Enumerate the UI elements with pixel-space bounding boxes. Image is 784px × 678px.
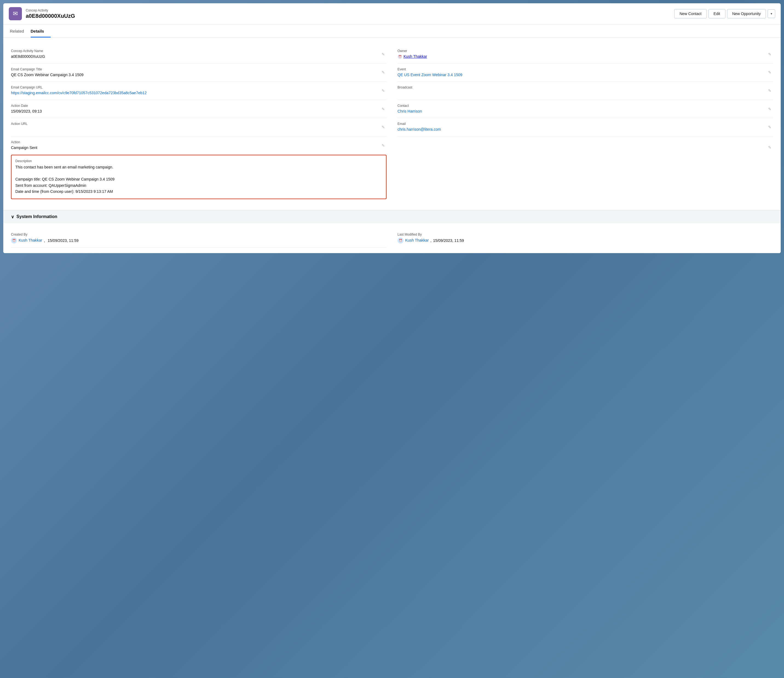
owner-link[interactable]: Kush Thakkar xyxy=(403,54,427,59)
header-title-group: Concep Activity a0E8d00000XuUzG xyxy=(26,8,75,19)
header-actions: New Contact Edit New Opportunity ▾ xyxy=(674,9,775,18)
field-broadcast: Broadcast ✎ xyxy=(397,82,773,100)
left-column: Concep Activity Name a0E8d00000XuUzG ✎ E… xyxy=(11,45,387,199)
modified-by-name[interactable]: Kush Thakkar xyxy=(405,238,429,243)
label-email: Email xyxy=(397,122,773,126)
tabs-row: Related Details xyxy=(3,24,781,37)
content-area: Concep Activity Name a0E8d00000XuUzG ✎ E… xyxy=(3,37,781,205)
label-description: Description xyxy=(16,159,382,163)
value-email-campaign-title: QE CS Zoom Webinar Campaign 3.4 1509 xyxy=(11,72,387,78)
label-email-campaign-title: Email Campaign Title xyxy=(11,67,387,71)
value-event[interactable]: QE US Event Zoom Webinar 3.4 1509 xyxy=(397,73,462,77)
value-action-url xyxy=(11,127,387,132)
edit-icon-contact[interactable]: ✎ xyxy=(768,107,772,111)
modified-by-sep: , xyxy=(430,238,431,243)
value-broadcast xyxy=(397,90,773,96)
mail-icon: ✉ xyxy=(9,7,22,20)
modified-by-avatar: ⏰ xyxy=(397,237,403,243)
field-modified-by: Last Modified By ⏰ Kush Thakkar , 15/09/… xyxy=(397,229,773,248)
new-contact-button[interactable]: New Contact xyxy=(674,9,706,18)
chevron-down-icon: ∨ xyxy=(11,214,14,220)
field-email-campaign-title: Email Campaign Title QE CS Zoom Webinar … xyxy=(11,64,387,82)
label-modified-by: Last Modified By xyxy=(397,232,773,236)
value-action-date: 15/09/2023, 09:13 xyxy=(11,109,387,114)
field-description-right: ✎ xyxy=(397,136,773,158)
field-email: Email chris.harrison@litera.com ✎ xyxy=(397,118,773,136)
main-card: Related Details Concep Activity Name a0E… xyxy=(3,24,781,253)
modified-by-user-row: ⏰ Kush Thakkar , 15/09/2023, 11:59 xyxy=(397,237,773,243)
edit-icon-description-right[interactable]: ✎ xyxy=(768,145,772,150)
label-owner: Owner xyxy=(397,49,773,53)
right-column: Owner ⏰Kush Thakkar ✎ Event QE US Event … xyxy=(397,45,773,199)
created-by-user-row: ⏰ Kush Thakkar , 15/09/2023, 11:59 xyxy=(11,237,387,243)
header-left: ✉ Concep Activity a0E8d00000XuUzG xyxy=(9,7,75,20)
field-action: Action Campaign Sent ✎ xyxy=(11,136,387,155)
system-info-title: System Information xyxy=(16,214,57,219)
label-broadcast: Broadcast xyxy=(397,86,773,89)
header-title: a0E8d00000XuUzG xyxy=(26,13,75,19)
edit-icon-action-url[interactable]: ✎ xyxy=(382,125,385,129)
created-by-avatar: ⏰ xyxy=(11,237,17,243)
owner-avatar-icon: ⏰ xyxy=(397,54,402,59)
value-owner: ⏰Kush Thakkar xyxy=(397,54,773,59)
outer-wrapper: ✉ Concep Activity a0E8d00000XuUzG New Co… xyxy=(0,0,784,678)
value-email-campaign-url[interactable]: https://staging.emailcc.com/cv/c9e70fd71… xyxy=(11,91,147,95)
created-by-date-val: 15/09/2023, 11:59 xyxy=(48,238,79,243)
edit-icon-email-campaign-title[interactable]: ✎ xyxy=(382,70,385,75)
created-by-name[interactable]: Kush Thakkar xyxy=(19,238,42,243)
new-opportunity-button[interactable]: New Opportunity xyxy=(727,9,766,18)
details-two-col: Concep Activity Name a0E8d00000XuUzG ✎ E… xyxy=(11,45,773,199)
field-action-url: Action URL ✎ xyxy=(11,118,387,136)
label-email-campaign-url: Email Campaign URL xyxy=(11,86,387,89)
system-info-two-col: Created By ⏰ Kush Thakkar , 15/09/2023, … xyxy=(11,229,773,248)
field-contact: Contact Chris Harrison ✎ xyxy=(397,100,773,118)
value-concep-activity-name: a0E8d00000XuUzG xyxy=(11,54,387,59)
label-contact: Contact xyxy=(397,104,773,108)
header-subtitle: Concep Activity xyxy=(26,8,75,12)
edit-icon-action[interactable]: ✎ xyxy=(382,143,385,148)
field-owner: Owner ⏰Kush Thakkar ✎ xyxy=(397,45,773,64)
field-description: Description This contact has been sent a… xyxy=(11,155,387,199)
system-info-header[interactable]: ∨ System Information xyxy=(3,210,781,223)
edit-icon-concep-activity-name[interactable]: ✎ xyxy=(382,52,385,56)
field-created-by: Created By ⏰ Kush Thakkar , 15/09/2023, … xyxy=(11,229,387,248)
tab-related[interactable]: Related xyxy=(10,24,31,37)
created-by-date: , xyxy=(44,238,46,243)
dropdown-button[interactable]: ▾ xyxy=(768,9,775,18)
label-event: Event xyxy=(397,67,773,71)
label-action-date: Action Date xyxy=(11,104,387,108)
system-info-content: Created By ⏰ Kush Thakkar , 15/09/2023, … xyxy=(3,223,781,253)
label-action-url: Action URL xyxy=(11,122,387,126)
edit-icon-owner[interactable]: ✎ xyxy=(768,52,772,56)
field-event: Event QE US Event Zoom Webinar 3.4 1509 … xyxy=(397,64,773,82)
edit-icon-action-date[interactable]: ✎ xyxy=(382,107,385,111)
field-concep-activity-name: Concep Activity Name a0E8d00000XuUzG ✎ xyxy=(11,45,387,64)
modified-by-date-val: 15/09/2023, 11:59 xyxy=(433,238,464,243)
field-email-campaign-url: Email Campaign URL https://staging.email… xyxy=(11,82,387,100)
edit-icon-email-campaign-url[interactable]: ✎ xyxy=(382,89,385,93)
edit-icon-email[interactable]: ✎ xyxy=(768,125,772,129)
value-description: This contact has been sent an email mark… xyxy=(16,164,382,195)
tab-details[interactable]: Details xyxy=(31,24,51,37)
header-bar: ✉ Concep Activity a0E8d00000XuUzG New Co… xyxy=(3,3,781,24)
field-action-date: Action Date 15/09/2023, 09:13 ✎ xyxy=(11,100,387,118)
label-concep-activity-name: Concep Activity Name xyxy=(11,49,387,53)
value-email[interactable]: chris.harrison@litera.com xyxy=(397,127,441,131)
edit-icon-event[interactable]: ✎ xyxy=(768,70,772,75)
label-action: Action xyxy=(11,140,387,144)
value-contact[interactable]: Chris Harrison xyxy=(397,109,422,114)
value-action: Campaign Sent xyxy=(11,145,387,151)
edit-icon-broadcast[interactable]: ✎ xyxy=(768,89,772,93)
edit-button[interactable]: Edit xyxy=(708,9,725,18)
label-created-by: Created By xyxy=(11,232,387,236)
